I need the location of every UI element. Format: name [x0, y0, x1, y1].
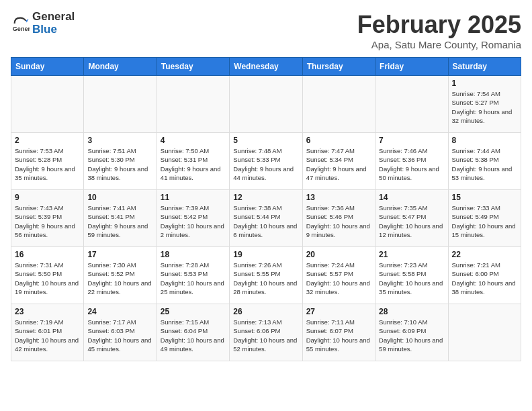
- day-info: Sunrise: 7:41 AM Sunset: 5:41 PM Dayligh…: [87, 203, 152, 239]
- calendar-day-13: 13Sunrise: 7:36 AM Sunset: 5:46 PM Dayli…: [302, 190, 375, 247]
- calendar-header-row: SundayMondayTuesdayWednesdayThursdayFrid…: [11, 58, 521, 76]
- calendar-empty-day: [157, 76, 229, 133]
- page-header: General General Blue February 2025 Apa, …: [11, 11, 521, 50]
- day-number: 27: [306, 307, 371, 316]
- day-info: Sunrise: 7:39 AM Sunset: 5:42 PM Dayligh…: [161, 203, 226, 239]
- day-number: 9: [15, 193, 80, 202]
- weekday-header-tuesday: Tuesday: [157, 58, 229, 76]
- calendar-day-6: 6Sunrise: 7:47 AM Sunset: 5:34 PM Daylig…: [302, 133, 375, 190]
- calendar-week-row: 16Sunrise: 7:31 AM Sunset: 5:50 PM Dayli…: [11, 247, 521, 304]
- calendar-day-8: 8Sunrise: 7:44 AM Sunset: 5:38 PM Daylig…: [448, 133, 521, 190]
- day-number: 16: [15, 250, 80, 259]
- day-number: 22: [452, 250, 517, 259]
- day-info: Sunrise: 7:53 AM Sunset: 5:28 PM Dayligh…: [15, 146, 80, 182]
- calendar-day-2: 2Sunrise: 7:53 AM Sunset: 5:28 PM Daylig…: [11, 133, 84, 190]
- day-info: Sunrise: 7:19 AM Sunset: 6:01 PM Dayligh…: [15, 318, 80, 353]
- day-info: Sunrise: 7:28 AM Sunset: 5:53 PM Dayligh…: [161, 261, 226, 296]
- day-number: 19: [233, 250, 298, 259]
- svg-text:General: General: [13, 26, 30, 32]
- logo: General General Blue: [11, 11, 75, 36]
- calendar-day-26: 26Sunrise: 7:13 AM Sunset: 6:06 PM Dayli…: [230, 304, 302, 361]
- day-info: Sunrise: 7:33 AM Sunset: 5:49 PM Dayligh…: [452, 203, 517, 239]
- calendar-day-12: 12Sunrise: 7:38 AM Sunset: 5:44 PM Dayli…: [230, 190, 302, 247]
- logo-icon: General: [11, 14, 30, 33]
- weekday-header-thursday: Thursday: [302, 58, 375, 76]
- day-number: 4: [161, 136, 226, 145]
- day-info: Sunrise: 7:15 AM Sunset: 6:04 PM Dayligh…: [161, 318, 226, 353]
- day-number: 1: [452, 79, 517, 88]
- weekday-header-saturday: Saturday: [448, 58, 521, 76]
- day-number: 2: [15, 136, 80, 145]
- calendar-day-14: 14Sunrise: 7:35 AM Sunset: 5:47 PM Dayli…: [375, 190, 448, 247]
- day-info: Sunrise: 7:26 AM Sunset: 5:55 PM Dayligh…: [233, 261, 298, 296]
- calendar-day-18: 18Sunrise: 7:28 AM Sunset: 5:53 PM Dayli…: [157, 247, 229, 304]
- calendar-day-20: 20Sunrise: 7:24 AM Sunset: 5:57 PM Dayli…: [302, 247, 375, 304]
- day-info: Sunrise: 7:10 AM Sunset: 6:09 PM Dayligh…: [379, 318, 444, 353]
- calendar-day-15: 15Sunrise: 7:33 AM Sunset: 5:49 PM Dayli…: [448, 190, 521, 247]
- calendar-table: SundayMondayTuesdayWednesdayThursdayFrid…: [11, 57, 521, 361]
- calendar-day-23: 23Sunrise: 7:19 AM Sunset: 6:01 PM Dayli…: [11, 304, 84, 361]
- day-info: Sunrise: 7:46 AM Sunset: 5:36 PM Dayligh…: [379, 146, 444, 182]
- calendar-week-row: 2Sunrise: 7:53 AM Sunset: 5:28 PM Daylig…: [11, 133, 521, 190]
- day-number: 24: [87, 307, 152, 316]
- title-block: February 2025 Apa, Satu Mare County, Rom…: [357, 11, 521, 50]
- day-number: 11: [161, 193, 226, 202]
- day-info: Sunrise: 7:31 AM Sunset: 5:50 PM Dayligh…: [15, 261, 80, 296]
- weekday-header-monday: Monday: [84, 58, 157, 76]
- day-info: Sunrise: 7:47 AM Sunset: 5:34 PM Dayligh…: [306, 146, 371, 182]
- calendar-day-27: 27Sunrise: 7:11 AM Sunset: 6:07 PM Dayli…: [302, 304, 375, 361]
- weekday-header-wednesday: Wednesday: [230, 58, 302, 76]
- calendar-empty-day: [375, 76, 448, 133]
- calendar-empty-day: [230, 76, 302, 133]
- day-info: Sunrise: 7:50 AM Sunset: 5:31 PM Dayligh…: [161, 146, 226, 182]
- day-info: Sunrise: 7:44 AM Sunset: 5:38 PM Dayligh…: [452, 146, 517, 182]
- calendar-day-11: 11Sunrise: 7:39 AM Sunset: 5:42 PM Dayli…: [157, 190, 229, 247]
- day-info: Sunrise: 7:48 AM Sunset: 5:33 PM Dayligh…: [233, 146, 298, 182]
- calendar-week-row: 23Sunrise: 7:19 AM Sunset: 6:01 PM Dayli…: [11, 304, 521, 361]
- day-info: Sunrise: 7:36 AM Sunset: 5:46 PM Dayligh…: [306, 203, 371, 239]
- calendar-day-19: 19Sunrise: 7:26 AM Sunset: 5:55 PM Dayli…: [230, 247, 302, 304]
- weekday-header-friday: Friday: [375, 58, 448, 76]
- calendar-empty-day: [302, 76, 375, 133]
- day-number: 20: [306, 250, 371, 259]
- calendar-day-5: 5Sunrise: 7:48 AM Sunset: 5:33 PM Daylig…: [230, 133, 302, 190]
- calendar-day-24: 24Sunrise: 7:17 AM Sunset: 6:03 PM Dayli…: [84, 304, 157, 361]
- day-info: Sunrise: 7:35 AM Sunset: 5:47 PM Dayligh…: [379, 203, 444, 239]
- day-number: 21: [379, 250, 444, 259]
- day-number: 15: [452, 193, 517, 202]
- day-number: 8: [452, 136, 517, 145]
- calendar-empty-day: [11, 76, 84, 133]
- calendar-day-16: 16Sunrise: 7:31 AM Sunset: 5:50 PM Dayli…: [11, 247, 84, 304]
- day-number: 18: [161, 250, 226, 259]
- day-number: 6: [306, 136, 371, 145]
- calendar-day-10: 10Sunrise: 7:41 AM Sunset: 5:41 PM Dayli…: [84, 190, 157, 247]
- calendar-day-25: 25Sunrise: 7:15 AM Sunset: 6:04 PM Dayli…: [157, 304, 229, 361]
- day-info: Sunrise: 7:51 AM Sunset: 5:30 PM Dayligh…: [87, 146, 152, 182]
- day-info: Sunrise: 7:13 AM Sunset: 6:06 PM Dayligh…: [233, 318, 298, 353]
- day-info: Sunrise: 7:17 AM Sunset: 6:03 PM Dayligh…: [87, 318, 152, 353]
- calendar-day-1: 1Sunrise: 7:54 AM Sunset: 5:27 PM Daylig…: [448, 76, 521, 133]
- calendar-day-9: 9Sunrise: 7:43 AM Sunset: 5:39 PM Daylig…: [11, 190, 84, 247]
- calendar-empty-day: [448, 304, 521, 361]
- month-title: February 2025: [357, 11, 521, 39]
- weekday-header-sunday: Sunday: [11, 58, 84, 76]
- day-number: 28: [379, 307, 444, 316]
- calendar-day-3: 3Sunrise: 7:51 AM Sunset: 5:30 PM Daylig…: [84, 133, 157, 190]
- day-number: 3: [87, 136, 152, 145]
- day-number: 17: [87, 250, 152, 259]
- location-title: Apa, Satu Mare County, Romania: [357, 39, 521, 50]
- calendar-week-row: 1Sunrise: 7:54 AM Sunset: 5:27 PM Daylig…: [11, 76, 521, 133]
- day-info: Sunrise: 7:38 AM Sunset: 5:44 PM Dayligh…: [233, 203, 298, 239]
- calendar-day-22: 22Sunrise: 7:21 AM Sunset: 6:00 PM Dayli…: [448, 247, 521, 304]
- calendar-empty-day: [84, 76, 157, 133]
- day-info: Sunrise: 7:24 AM Sunset: 5:57 PM Dayligh…: [306, 261, 371, 296]
- day-info: Sunrise: 7:21 AM Sunset: 6:00 PM Dayligh…: [452, 261, 517, 296]
- day-number: 12: [233, 193, 298, 202]
- day-number: 10: [87, 193, 152, 202]
- calendar-week-row: 9Sunrise: 7:43 AM Sunset: 5:39 PM Daylig…: [11, 190, 521, 247]
- day-number: 14: [379, 193, 444, 202]
- day-number: 23: [15, 307, 80, 316]
- day-number: 7: [379, 136, 444, 145]
- calendar-day-21: 21Sunrise: 7:23 AM Sunset: 5:58 PM Dayli…: [375, 247, 448, 304]
- day-number: 26: [233, 307, 298, 316]
